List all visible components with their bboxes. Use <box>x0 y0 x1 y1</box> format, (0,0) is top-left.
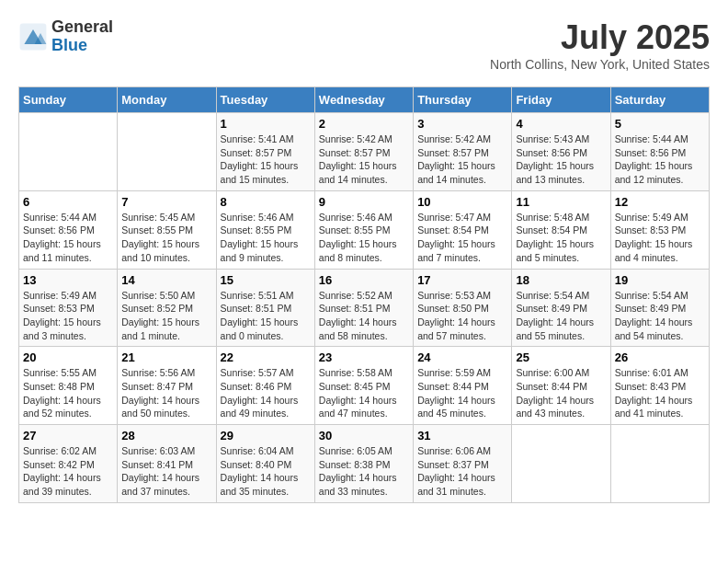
calendar-cell: 3Sunrise: 5:42 AM Sunset: 8:57 PM Daylig… <box>414 113 512 191</box>
day-info: Sunrise: 6:06 AM Sunset: 8:37 PM Dayligh… <box>417 444 507 499</box>
calendar-cell: 2Sunrise: 5:42 AM Sunset: 8:57 PM Daylig… <box>314 113 413 191</box>
day-number: 29 <box>221 429 311 442</box>
day-number: 9 <box>319 195 409 209</box>
day-info: Sunrise: 5:43 AM Sunset: 8:56 PM Dayligh… <box>516 132 606 187</box>
calendar-cell: 26Sunrise: 6:01 AM Sunset: 8:43 PM Dayli… <box>610 347 709 425</box>
page-header: General Blue July 2025 North Collins, Ne… <box>18 18 710 72</box>
day-info: Sunrise: 6:05 AM Sunset: 8:38 PM Dayligh… <box>319 444 409 499</box>
day-info: Sunrise: 5:47 AM Sunset: 8:54 PM Dayligh… <box>417 211 507 265</box>
calendar-cell: 16Sunrise: 5:52 AM Sunset: 8:51 PM Dayli… <box>314 269 413 347</box>
day-number: 11 <box>516 195 606 209</box>
day-number: 21 <box>121 350 211 364</box>
calendar-cell: 17Sunrise: 5:53 AM Sunset: 8:50 PM Dayli… <box>414 269 512 347</box>
location-text: North Collins, New York, United States <box>490 57 710 72</box>
day-info: Sunrise: 5:44 AM Sunset: 8:56 PM Dayligh… <box>23 211 113 265</box>
day-info: Sunrise: 6:03 AM Sunset: 8:41 PM Dayligh… <box>121 444 211 499</box>
day-info: Sunrise: 5:42 AM Sunset: 8:57 PM Dayligh… <box>319 132 409 187</box>
day-number: 16 <box>319 273 409 287</box>
calendar-cell: 18Sunrise: 5:54 AM Sunset: 8:49 PM Dayli… <box>512 269 610 347</box>
calendar-cell: 9Sunrise: 5:46 AM Sunset: 8:55 PM Daylig… <box>314 190 413 269</box>
calendar-cell: 14Sunrise: 5:50 AM Sunset: 8:52 PM Dayli… <box>118 269 216 347</box>
calendar-cell: 27Sunrise: 6:02 AM Sunset: 8:42 PM Dayli… <box>19 425 118 503</box>
day-number: 13 <box>23 273 113 287</box>
day-number: 1 <box>221 117 311 131</box>
day-number: 6 <box>23 195 113 209</box>
day-info: Sunrise: 5:51 AM Sunset: 8:51 PM Dayligh… <box>221 289 311 343</box>
day-info: Sunrise: 5:59 AM Sunset: 8:44 PM Dayligh… <box>417 366 507 420</box>
week-row-4: 20Sunrise: 5:55 AM Sunset: 8:48 PM Dayli… <box>19 347 710 425</box>
calendar-cell: 29Sunrise: 6:04 AM Sunset: 8:40 PM Dayli… <box>216 425 314 503</box>
day-number: 8 <box>221 195 311 209</box>
calendar-cell: 28Sunrise: 6:03 AM Sunset: 8:41 PM Dayli… <box>118 425 216 503</box>
calendar-cell: 11Sunrise: 5:48 AM Sunset: 8:54 PM Dayli… <box>512 190 610 269</box>
calendar-header: SundayMondayTuesdayWednesdayThursdayFrid… <box>19 87 710 113</box>
day-number: 20 <box>23 350 113 364</box>
calendar-cell: 4Sunrise: 5:43 AM Sunset: 8:56 PM Daylig… <box>512 113 610 191</box>
calendar-cell: 22Sunrise: 5:57 AM Sunset: 8:46 PM Dayli… <box>216 347 314 425</box>
week-row-2: 6Sunrise: 5:44 AM Sunset: 8:56 PM Daylig… <box>19 190 710 269</box>
calendar-cell <box>610 425 709 503</box>
calendar-cell: 31Sunrise: 6:06 AM Sunset: 8:37 PM Dayli… <box>414 425 512 503</box>
title-block: July 2025 North Collins, New York, Unite… <box>490 18 710 72</box>
header-cell-friday: Friday <box>512 87 610 113</box>
calendar-cell: 10Sunrise: 5:47 AM Sunset: 8:54 PM Dayli… <box>414 190 512 269</box>
day-number: 14 <box>121 273 211 287</box>
header-row: SundayMondayTuesdayWednesdayThursdayFrid… <box>19 87 710 113</box>
day-info: Sunrise: 5:55 AM Sunset: 8:48 PM Dayligh… <box>23 366 113 420</box>
day-info: Sunrise: 5:48 AM Sunset: 8:54 PM Dayligh… <box>516 211 606 265</box>
calendar-cell: 5Sunrise: 5:44 AM Sunset: 8:56 PM Daylig… <box>610 113 709 191</box>
calendar-body: 1Sunrise: 5:41 AM Sunset: 8:57 PM Daylig… <box>19 113 710 503</box>
logo: General Blue <box>18 18 113 55</box>
day-number: 18 <box>516 273 606 287</box>
calendar-cell: 15Sunrise: 5:51 AM Sunset: 8:51 PM Dayli… <box>216 269 314 347</box>
week-row-1: 1Sunrise: 5:41 AM Sunset: 8:57 PM Daylig… <box>19 113 710 191</box>
week-row-3: 13Sunrise: 5:49 AM Sunset: 8:53 PM Dayli… <box>19 269 710 347</box>
day-info: Sunrise: 5:49 AM Sunset: 8:53 PM Dayligh… <box>615 211 705 265</box>
day-info: Sunrise: 5:46 AM Sunset: 8:55 PM Dayligh… <box>319 211 409 265</box>
day-info: Sunrise: 5:54 AM Sunset: 8:49 PM Dayligh… <box>615 289 705 343</box>
calendar-cell: 25Sunrise: 6:00 AM Sunset: 8:44 PM Dayli… <box>512 347 610 425</box>
header-cell-tuesday: Tuesday <box>216 87 314 113</box>
day-number: 23 <box>319 350 409 364</box>
day-number: 24 <box>417 350 507 364</box>
day-info: Sunrise: 6:02 AM Sunset: 8:42 PM Dayligh… <box>23 444 113 499</box>
header-cell-sunday: Sunday <box>19 87 118 113</box>
day-number: 3 <box>417 117 507 131</box>
day-number: 27 <box>23 429 113 442</box>
day-number: 5 <box>615 117 705 131</box>
calendar-cell: 7Sunrise: 5:45 AM Sunset: 8:55 PM Daylig… <box>118 190 216 269</box>
day-number: 25 <box>516 350 606 364</box>
calendar-cell: 20Sunrise: 5:55 AM Sunset: 8:48 PM Dayli… <box>19 347 118 425</box>
day-info: Sunrise: 5:44 AM Sunset: 8:56 PM Dayligh… <box>615 132 705 187</box>
day-info: Sunrise: 5:49 AM Sunset: 8:53 PM Dayligh… <box>23 289 113 343</box>
header-cell-wednesday: Wednesday <box>314 87 413 113</box>
calendar-table: SundayMondayTuesdayWednesdayThursdayFrid… <box>18 86 710 503</box>
logo-icon <box>18 22 48 52</box>
day-info: Sunrise: 5:52 AM Sunset: 8:51 PM Dayligh… <box>319 289 409 343</box>
day-number: 31 <box>417 429 507 442</box>
day-info: Sunrise: 5:45 AM Sunset: 8:55 PM Dayligh… <box>121 211 211 265</box>
day-number: 26 <box>615 350 705 364</box>
day-info: Sunrise: 5:56 AM Sunset: 8:47 PM Dayligh… <box>121 366 211 420</box>
calendar-cell: 1Sunrise: 5:41 AM Sunset: 8:57 PM Daylig… <box>216 113 314 191</box>
calendar-cell: 12Sunrise: 5:49 AM Sunset: 8:53 PM Dayli… <box>610 190 709 269</box>
day-number: 4 <box>516 117 606 131</box>
day-info: Sunrise: 6:04 AM Sunset: 8:40 PM Dayligh… <box>221 444 311 499</box>
day-info: Sunrise: 5:53 AM Sunset: 8:50 PM Dayligh… <box>417 289 507 343</box>
day-info: Sunrise: 5:58 AM Sunset: 8:45 PM Dayligh… <box>319 366 409 420</box>
calendar-cell: 21Sunrise: 5:56 AM Sunset: 8:47 PM Dayli… <box>118 347 216 425</box>
calendar-cell: 8Sunrise: 5:46 AM Sunset: 8:55 PM Daylig… <box>216 190 314 269</box>
logo-general-text: General <box>51 18 113 37</box>
day-number: 10 <box>417 195 507 209</box>
month-title: July 2025 <box>490 18 710 57</box>
calendar-cell <box>19 113 118 191</box>
week-row-5: 27Sunrise: 6:02 AM Sunset: 8:42 PM Dayli… <box>19 425 710 503</box>
day-number: 2 <box>319 117 409 131</box>
calendar-cell <box>118 113 216 191</box>
calendar-cell: 23Sunrise: 5:58 AM Sunset: 8:45 PM Dayli… <box>314 347 413 425</box>
day-number: 28 <box>121 429 211 442</box>
day-info: Sunrise: 5:42 AM Sunset: 8:57 PM Dayligh… <box>417 132 507 187</box>
day-number: 15 <box>221 273 311 287</box>
day-number: 7 <box>121 195 211 209</box>
day-info: Sunrise: 5:57 AM Sunset: 8:46 PM Dayligh… <box>221 366 311 420</box>
